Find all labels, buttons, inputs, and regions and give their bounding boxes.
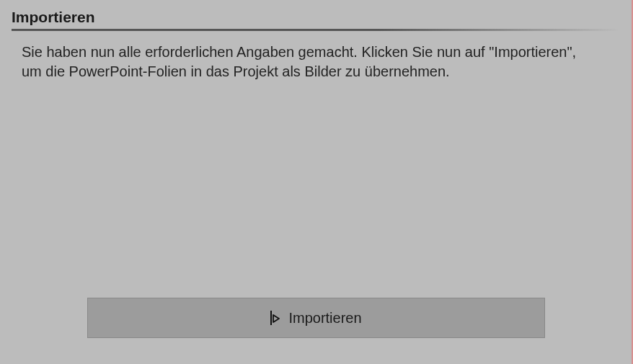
play-icon (270, 310, 281, 326)
import-button[interactable]: Importieren (87, 298, 545, 338)
page-title: Importieren (12, 9, 620, 26)
svg-marker-1 (273, 315, 279, 322)
divider (12, 29, 620, 31)
import-button-label: Importieren (288, 310, 361, 327)
description-text: Sie haben nun alle erforderlichen Angabe… (12, 43, 620, 81)
